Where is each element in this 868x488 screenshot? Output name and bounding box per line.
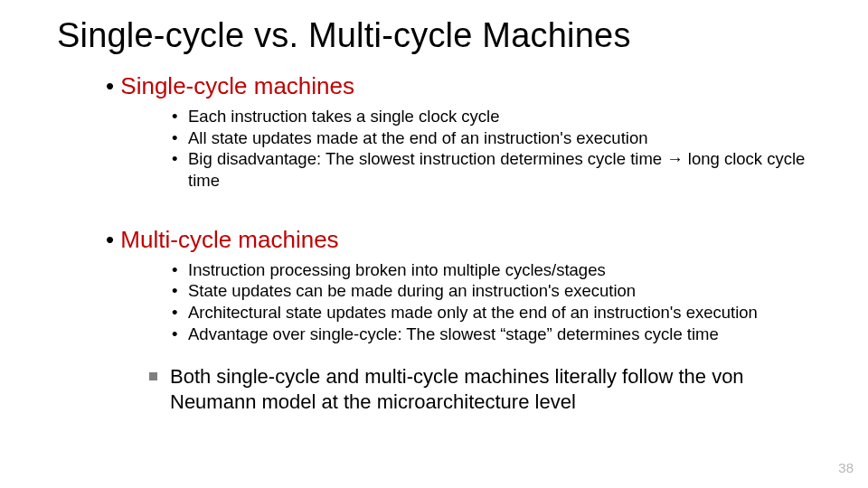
- section-heading-multi: Multi-cycle machines: [122, 226, 818, 254]
- multi-bullets: • Instruction processing broken into mul…: [172, 259, 818, 345]
- bullet-icon: •: [172, 106, 188, 127]
- section-heading-single: Single-cycle machines: [122, 72, 818, 100]
- bullet-icon: •: [172, 280, 188, 302]
- bullet-text: State updates can be made during an inst…: [188, 280, 818, 302]
- bullet: • All state updates made at the end of a…: [172, 127, 818, 149]
- bullet-icon: •: [172, 324, 188, 345]
- square-bullet-icon: [149, 372, 157, 380]
- single-bullets: • Each instruction takes a single clock …: [172, 106, 818, 192]
- bullet-text: Big disadvantage: The slowest instructio…: [188, 148, 818, 191]
- slide: Single-cycle vs. Multi-cycle Machines Si…: [0, 0, 868, 488]
- conclusion-text: Both single-cycle and multi-cycle machin…: [170, 364, 749, 414]
- bullet: • Advantage over single-cycle: The slowe…: [172, 324, 818, 345]
- bullet: • Instruction processing broken into mul…: [172, 259, 818, 281]
- bullet-text: Architectural state updates made only at…: [188, 302, 818, 324]
- bullet: • Each instruction takes a single clock …: [172, 106, 818, 127]
- bullet-text: Advantage over single-cycle: The slowest…: [188, 324, 818, 345]
- bullet: • Big disadvantage: The slowest instruct…: [172, 148, 818, 191]
- bullet-icon: •: [172, 302, 188, 324]
- bullet-text: Instruction processing broken into multi…: [188, 259, 818, 281]
- bullet: • Architectural state updates made only …: [172, 302, 818, 324]
- bullet-icon: •: [172, 148, 188, 170]
- bullet-icon: •: [172, 259, 188, 281]
- conclusion-row: Both single-cycle and multi-cycle machin…: [149, 364, 818, 414]
- page-number: 38: [838, 460, 854, 475]
- bullet-text: All state updates made at the end of an …: [188, 127, 818, 149]
- slide-body: Single-cycle machines • Each instruction…: [122, 63, 818, 414]
- bullet-icon: •: [172, 127, 188, 149]
- slide-title: Single-cycle vs. Multi-cycle Machines: [57, 16, 631, 55]
- bullet-text: Each instruction takes a single clock cy…: [188, 106, 818, 127]
- bullet: • State updates can be made during an in…: [172, 280, 818, 302]
